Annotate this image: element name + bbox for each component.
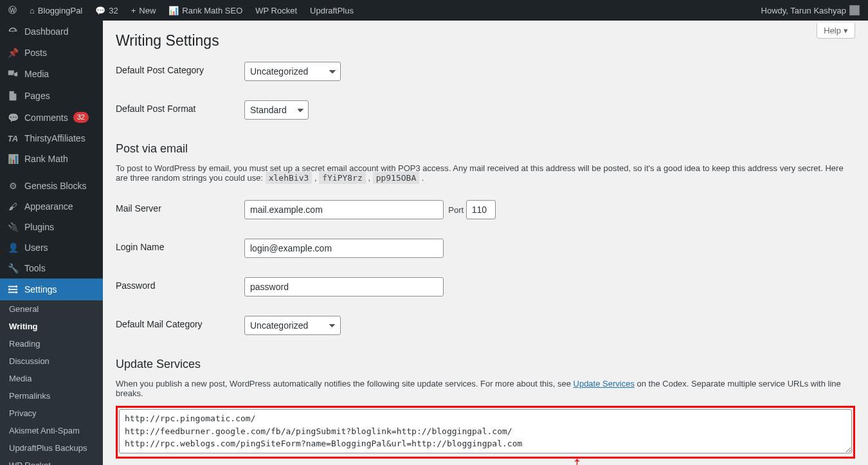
sub-privacy[interactable]: Privacy — [0, 405, 103, 422]
sidebar-item-plugins[interactable]: 🔌Plugins — [0, 217, 103, 237]
code3: pp915OBA — [373, 172, 420, 184]
password-label: Password — [116, 268, 244, 306]
howdy[interactable]: Howdy, Tarun Kashyap — [758, 0, 863, 21]
sidebar-item-comments[interactable]: 💬Comments 32 — [0, 107, 103, 128]
code2: fYiPY8rz — [319, 172, 366, 184]
media-icon — [6, 68, 19, 80]
plugin-icon: 🔌 — [6, 222, 19, 232]
sub-media[interactable]: Media — [0, 370, 103, 387]
sub-permalinks[interactable]: Permalinks — [0, 387, 103, 405]
password-input[interactable] — [244, 277, 444, 296]
default-format-label: Default Post Format — [116, 91, 244, 129]
brush-icon: 🖌 — [6, 201, 19, 212]
mail-server-label: Mail Server — [116, 190, 244, 229]
comment-icon: 💬 — [6, 113, 19, 123]
settings-icon — [6, 284, 19, 295]
sub-writing[interactable]: Writing — [0, 318, 103, 335]
sidebar-item-dashboard[interactable]: Dashboard — [0, 21, 103, 42]
update-services-link[interactable]: Update Services — [574, 379, 635, 388]
sub-discussion[interactable]: Discussion — [0, 352, 103, 370]
annotation-arrow-icon: ↑ — [572, 457, 582, 466]
wp-logo[interactable]: Ⓦ — [5, 0, 20, 21]
settings-submenu: General Writing Reading Discussion Media… — [0, 300, 103, 465]
sidebar-item-posts[interactable]: 📌Posts — [0, 42, 103, 63]
ping-sites-textarea[interactable]: http://rpc.pingomatic.com/ http://feedbu… — [119, 409, 852, 453]
login-input[interactable] — [244, 239, 444, 258]
sidebar-item-users[interactable]: 👤Users — [0, 237, 103, 258]
default-mail-cat-select[interactable]: Uncategorized — [244, 316, 341, 335]
page-icon — [6, 90, 19, 102]
svg-point-4 — [8, 288, 11, 291]
default-format-select[interactable]: Standard — [244, 100, 309, 120]
help-tab[interactable]: Help▾ — [817, 23, 855, 39]
update-services-description: When you publish a new post, WordPress a… — [116, 379, 855, 398]
chevron-down-icon: ▾ — [844, 26, 848, 35]
genesis-icon: ⚙ — [6, 181, 19, 191]
default-cat-label: Default Post Category — [116, 52, 244, 91]
code1: xlehBiv3 — [266, 172, 312, 184]
sidebar-item-tools[interactable]: 🔧Tools — [0, 258, 103, 278]
rankmath-icon: 📊 — [6, 154, 19, 164]
svg-point-5 — [15, 291, 18, 294]
login-label: Login Name — [116, 229, 244, 268]
sub-wprocket[interactable]: WP Rocket — [0, 457, 103, 465]
svg-rect-1 — [10, 289, 17, 290]
sidebar-item-rankmath[interactable]: 📊Rank Math — [0, 149, 103, 169]
update-services-heading: Update Services — [116, 345, 855, 371]
comment-badge: 32 — [73, 112, 89, 123]
default-cat-select[interactable]: Uncategorized — [244, 62, 341, 81]
main-content: Help▾ Writing Settings Default Post Cate… — [103, 21, 868, 465]
sub-akismet[interactable]: Akismet Anti-Spam — [0, 422, 103, 439]
svg-rect-0 — [8, 286, 15, 287]
user-icon: 👤 — [6, 242, 19, 253]
comments-link[interactable]: 💬32 — [92, 0, 121, 21]
wprocket-bar[interactable]: WP Rocket — [252, 0, 300, 21]
page-title: Writing Settings — [116, 21, 855, 52]
sidebar-item-media[interactable]: Media — [0, 63, 103, 85]
svg-rect-2 — [8, 292, 15, 293]
admin-sidebar: Dashboard 📌Posts Media Pages 💬Comments 3… — [0, 21, 103, 465]
new-content[interactable]: +New — [128, 0, 159, 21]
sub-updraft[interactable]: UpdraftPlus Backups — [0, 439, 103, 457]
sidebar-item-pages[interactable]: Pages — [0, 85, 103, 107]
dashboard-icon — [6, 26, 19, 37]
default-mail-cat-label: Default Mail Category — [116, 306, 244, 345]
sidebar-item-appearance[interactable]: 🖌Appearance — [0, 196, 103, 217]
port-label: Port — [448, 205, 464, 215]
ta-icon: TA — [6, 134, 19, 143]
sidebar-item-thirsty[interactable]: TAThirstyAffiliates — [0, 128, 103, 149]
mail-server-input[interactable] — [244, 200, 444, 219]
svg-point-3 — [15, 286, 18, 288]
sub-reading[interactable]: Reading — [0, 335, 103, 352]
site-link[interactable]: ⌂BloggingPal — [26, 0, 86, 21]
sidebar-item-genesis[interactable]: ⚙Genesis Blocks — [0, 176, 103, 196]
wrench-icon: 🔧 — [6, 263, 19, 273]
port-input[interactable] — [466, 200, 496, 219]
annotation-box: http://rpc.pingomatic.com/ http://feedbu… — [116, 406, 855, 459]
post-via-email-heading: Post via email — [116, 129, 855, 156]
updraft-bar[interactable]: UpdraftPlus — [307, 0, 357, 21]
avatar — [849, 5, 860, 15]
pin-icon: 📌 — [6, 48, 19, 58]
rankmath-bar[interactable]: 📊Rank Math SEO — [165, 0, 246, 21]
email-description: To post to WordPress by email, you must … — [116, 163, 855, 183]
admin-bar: Ⓦ ⌂BloggingPal 💬32 +New 📊Rank Math SEO W… — [0, 0, 868, 21]
sidebar-item-settings[interactable]: Settings — [0, 278, 103, 300]
sub-general[interactable]: General — [0, 300, 103, 318]
